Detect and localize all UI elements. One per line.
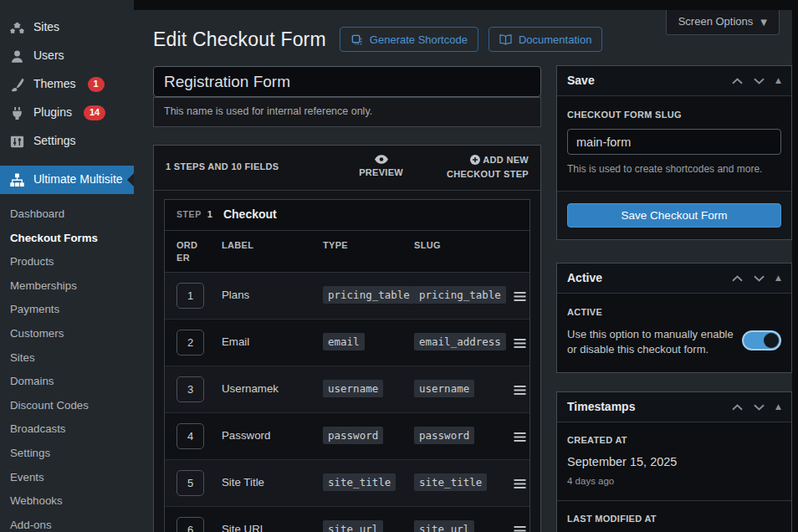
sidebar-item-users[interactable]: Users	[0, 42, 134, 70]
form-name-help: This name is used for internal reference…	[153, 97, 541, 127]
add-checkout-step-link[interactable]: ADD NEW CHECKOUT STEP	[417, 153, 529, 182]
checkout-form-slug-input[interactable]	[567, 129, 781, 155]
page-title: Edit Checkout Form	[153, 26, 326, 53]
chevron-down-icon[interactable]	[754, 404, 765, 411]
timestamps-panel: Timestamps ▲ CREATED AT September 15, 20…	[556, 391, 792, 532]
submenu-item-checkout-forms[interactable]: Checkout Forms	[0, 227, 134, 251]
drag-handle-icon	[514, 339, 526, 348]
field-slug-chip: site_title	[414, 473, 487, 491]
preview-link[interactable]: PREVIEW	[359, 155, 403, 179]
drag-handle-icon	[514, 432, 526, 442]
sidebar-item-settings[interactable]: Settings	[0, 127, 134, 156]
collapse-triangle-icon[interactable]: ▲	[775, 75, 781, 86]
ultimate-multisite-submenu: Dashboard Checkout Forms Products Member…	[0, 202, 134, 532]
submenu-item-discount-codes[interactable]: Discount Codes	[0, 394, 134, 418]
plugins-update-badge: 14	[84, 105, 105, 120]
sidebar-item-plugins[interactable]: Plugins 14	[0, 99, 134, 127]
chevron-up-icon[interactable]	[732, 404, 743, 411]
sidebar-item-sites[interactable]: Sites	[0, 13, 134, 42]
active-panel-body: ACTIVE Use this option to manually enabl…	[557, 294, 791, 372]
active-toggle[interactable]	[742, 330, 781, 350]
submenu-item-add-ons[interactable]: Add-ons	[0, 514, 134, 532]
plugins-icon	[9, 105, 25, 121]
active-panel-title: Active	[567, 270, 602, 287]
submenu-item-payments[interactable]: Payments	[0, 298, 134, 322]
timestamps-panel-title: Timestamps	[567, 399, 635, 416]
collapse-triangle-icon[interactable]: ▲	[775, 402, 781, 412]
drag-handle-icon	[514, 526, 526, 532]
field-slug-chip: password	[414, 427, 474, 444]
chevron-down-icon[interactable]	[754, 78, 765, 84]
caret-down-icon: ▼	[760, 17, 767, 28]
screen-options-tab[interactable]: Screen Options ▼	[666, 10, 780, 35]
documentation-button[interactable]: Documentation	[489, 27, 602, 52]
users-icon	[9, 49, 25, 64]
right-edge-bar	[792, 0, 798, 532]
chevron-down-icon[interactable]	[754, 275, 765, 282]
field-label-cell: Password	[222, 423, 323, 450]
eye-icon	[375, 155, 388, 164]
save-panel-controls: ▲	[732, 75, 781, 86]
field-row: 4 Password password password	[165, 413, 529, 460]
chevron-up-icon[interactable]	[732, 78, 743, 84]
submenu-item-broadcasts[interactable]: Broadcasts	[0, 417, 134, 442]
drag-handle[interactable]	[510, 429, 529, 445]
submenu-item-products[interactable]: Products	[0, 250, 134, 274]
admin-top-bar	[134, 0, 798, 10]
field-label-cell: Email	[222, 330, 323, 356]
last-modified-section: LAST MODIFIED AT	[557, 500, 791, 532]
save-checkout-form-button[interactable]: Save Checkout Form	[567, 203, 781, 228]
field-label-cell: Plans	[222, 283, 323, 309]
form-name-input[interactable]	[153, 66, 541, 97]
created-at-section: CREATED AT September 15, 2025 4 days ago	[557, 422, 791, 500]
submenu-item-webhooks[interactable]: Webhooks	[0, 489, 134, 514]
step-title: Checkout	[223, 207, 277, 223]
drag-handle[interactable]	[510, 523, 529, 532]
column-label: LABEL	[222, 239, 323, 265]
order-input[interactable]: 5	[176, 470, 204, 496]
drag-handle-icon	[514, 292, 526, 301]
submenu-item-settings[interactable]: Settings	[0, 442, 134, 466]
step-header-row: STEP 1 Checkout	[165, 200, 529, 231]
submenu-item-customers[interactable]: Customers	[0, 322, 134, 346]
steps-summary: 1 STEPS AND 10 FIELDS	[166, 161, 279, 173]
generate-shortcode-label: Generate Shortcode	[370, 33, 468, 46]
themes-icon	[9, 77, 25, 93]
sidebar-item-label: Plugins	[33, 105, 72, 121]
sidebar-item-label: Sites	[33, 19, 59, 36]
chevron-up-icon[interactable]	[732, 275, 743, 282]
field-label-cell: Site Title	[222, 470, 323, 497]
submenu-item-memberships[interactable]: Memberships	[0, 274, 134, 299]
checkout-fields-table: STEP 1 Checkout ORDER LABEL TYPE SLUG 1 …	[164, 199, 530, 532]
screen-options-label: Screen Options	[678, 14, 754, 29]
drag-handle[interactable]	[510, 476, 529, 492]
drag-handle[interactable]	[510, 335, 529, 351]
active-panel-controls: ▲	[732, 273, 781, 284]
last-modified-label: LAST MODIFIED AT	[567, 513, 781, 525]
admin-sidebar: Sites Users Themes 1 Plugins 14 Settings…	[0, 0, 134, 532]
drag-handle[interactable]	[510, 289, 529, 304]
drag-handle[interactable]	[510, 382, 529, 398]
toggle-knob	[764, 333, 779, 348]
order-input[interactable]: 3	[176, 376, 204, 402]
active-row: Use this option to manually enable or di…	[567, 327, 781, 359]
sidebar-item-ultimate-multisite[interactable]: Ultimate Multisite	[0, 166, 134, 194]
generate-shortcode-button[interactable]: Generate Shortcode	[340, 27, 478, 52]
collapse-triangle-icon[interactable]: ▲	[775, 273, 781, 284]
submenu-item-sites[interactable]: Sites	[0, 346, 134, 371]
submenu-item-domains[interactable]: Domains	[0, 370, 134, 394]
themes-update-badge: 1	[88, 77, 105, 91]
side-column: Save ▲ CHECKOUT FORM SLUG This is used t…	[556, 65, 792, 532]
submenu-item-dashboard[interactable]: Dashboard	[0, 202, 134, 227]
order-input[interactable]: 1	[176, 283, 204, 309]
plus-circle-icon	[470, 155, 480, 165]
field-type-chip: password	[323, 427, 383, 444]
field-slug-chip: email_address	[414, 333, 506, 350]
order-input[interactable]: 6	[176, 517, 204, 532]
sidebar-item-themes[interactable]: Themes 1	[0, 70, 134, 99]
drag-handle-icon	[514, 386, 526, 395]
order-input[interactable]: 2	[176, 330, 204, 356]
settings-icon	[9, 134, 25, 150]
submenu-item-events[interactable]: Events	[0, 466, 134, 490]
order-input[interactable]: 4	[176, 423, 204, 449]
